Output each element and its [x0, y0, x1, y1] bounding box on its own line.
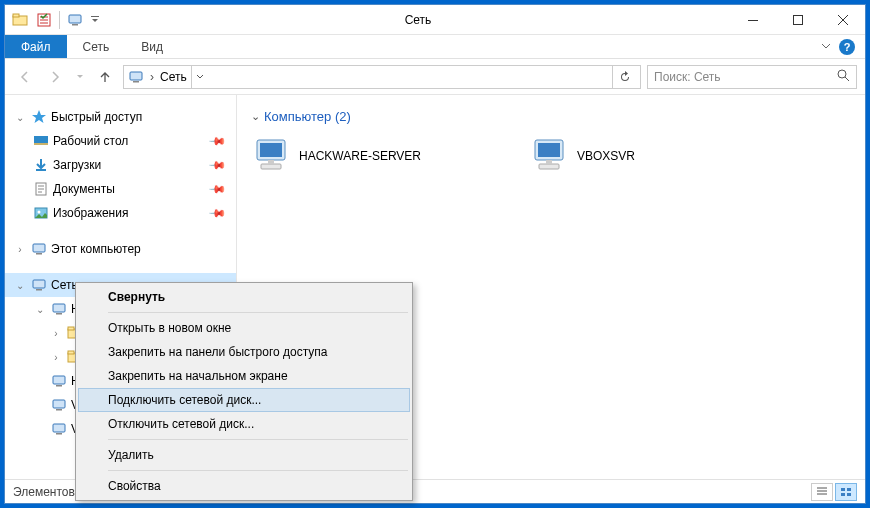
address-bar[interactable]: › Сеть	[123, 65, 641, 89]
svg-rect-13	[36, 169, 46, 171]
search-icon	[836, 68, 850, 85]
close-button[interactable]	[820, 5, 865, 34]
svg-rect-42	[847, 488, 851, 491]
window-title: Сеть	[106, 13, 730, 27]
computer-icon	[51, 373, 67, 389]
desktop-icon	[33, 133, 49, 149]
svg-rect-38	[538, 143, 560, 157]
pin-icon: 📌	[207, 131, 226, 150]
app-icon	[9, 9, 31, 31]
network-address-icon	[128, 69, 144, 85]
address-history-dropdown[interactable]	[191, 66, 209, 88]
menu-open-new-window[interactable]: Открыть в новом окне	[78, 316, 410, 340]
quick-access-toolbar	[5, 9, 106, 31]
tree-documents[interactable]: Документы 📌	[5, 177, 236, 201]
tree-this-pc[interactable]: › Этот компьютер	[5, 237, 236, 261]
svg-rect-19	[33, 280, 45, 288]
details-view-button[interactable]	[811, 483, 833, 501]
tree-quick-access[interactable]: ⌄ Быстрый доступ	[5, 105, 236, 129]
search-input[interactable]: Поиск: Сеть	[647, 65, 857, 89]
svg-point-10	[838, 70, 846, 78]
svg-rect-31	[53, 424, 65, 432]
chevron-right-icon[interactable]: ›	[13, 244, 27, 255]
chevron-down-icon[interactable]: ⌄	[33, 304, 47, 315]
minimize-button[interactable]	[730, 5, 775, 34]
svg-rect-29	[53, 400, 65, 408]
computer-large-icon	[251, 136, 291, 176]
pin-icon: 📌	[207, 179, 226, 198]
icons-view-button[interactable]	[835, 483, 857, 501]
svg-rect-18	[36, 253, 42, 255]
svg-rect-41	[841, 488, 845, 491]
svg-rect-24	[68, 327, 74, 330]
svg-rect-9	[133, 81, 139, 83]
network-title-icon	[64, 9, 86, 31]
menu-separator	[108, 439, 408, 440]
menu-delete[interactable]: Удалить	[78, 443, 410, 467]
svg-rect-21	[53, 304, 65, 312]
menu-pin-start[interactable]: Закрепить на начальном экране	[78, 364, 410, 388]
chevron-down-icon[interactable]: ⌄	[251, 110, 260, 123]
pin-icon: 📌	[207, 203, 226, 222]
maximize-button[interactable]	[775, 5, 820, 34]
svg-rect-22	[56, 313, 62, 315]
svg-rect-27	[53, 376, 65, 384]
svg-rect-39	[539, 164, 559, 169]
chevron-down-icon[interactable]: ⌄	[13, 280, 27, 291]
computer-item[interactable]: HACKWARE-SERVER	[247, 132, 507, 180]
svg-rect-32	[56, 433, 62, 435]
chevron-right-icon[interactable]: ›	[49, 352, 63, 363]
breadcrumb-location[interactable]: Сеть	[160, 70, 187, 84]
qat-dropdown-icon[interactable]	[88, 9, 102, 31]
help-icon[interactable]: ?	[839, 39, 855, 55]
tree-downloads[interactable]: Загрузки 📌	[5, 153, 236, 177]
view-tab[interactable]: Вид	[125, 35, 179, 58]
tree-desktop[interactable]: Рабочий стол 📌	[5, 129, 236, 153]
menu-separator	[108, 470, 408, 471]
search-placeholder: Поиск: Сеть	[654, 70, 721, 84]
item-label: HACKWARE-SERVER	[299, 149, 421, 163]
svg-rect-1	[13, 14, 19, 17]
tree-pictures[interactable]: Изображения 📌	[5, 201, 236, 225]
up-button[interactable]	[93, 65, 117, 89]
properties-qat-icon[interactable]	[33, 9, 55, 31]
menu-pin-quick-access[interactable]: Закрепить на панели быстрого доступа	[78, 340, 410, 364]
svg-rect-34	[260, 143, 282, 157]
svg-rect-30	[56, 409, 62, 411]
menu-collapse[interactable]: Свернуть	[78, 285, 410, 309]
svg-rect-36	[268, 160, 274, 164]
svg-rect-4	[72, 24, 78, 26]
svg-rect-12	[34, 143, 48, 145]
svg-rect-7	[793, 15, 802, 24]
forward-button[interactable]	[43, 65, 67, 89]
svg-rect-17	[33, 244, 45, 252]
back-button[interactable]	[13, 65, 37, 89]
network-tab[interactable]: Сеть	[67, 35, 126, 58]
chevron-right-icon[interactable]: ›	[49, 328, 63, 339]
network-icon	[31, 277, 47, 293]
download-icon	[33, 157, 49, 173]
group-header[interactable]: ⌄ Компьютер (2)	[247, 109, 855, 124]
pin-icon: 📌	[207, 155, 226, 174]
menu-map-network-drive[interactable]: Подключить сетевой диск...	[78, 388, 410, 412]
item-label: VBOXSVR	[577, 149, 635, 163]
computer-item[interactable]: VBOXSVR	[525, 132, 785, 180]
computer-icon	[31, 241, 47, 257]
svg-rect-44	[847, 493, 851, 496]
context-menu: Свернуть Открыть в новом окне Закрепить …	[75, 282, 413, 501]
svg-rect-5	[91, 16, 99, 17]
titlebar: Сеть	[5, 5, 865, 35]
chevron-down-icon[interactable]: ⌄	[13, 112, 27, 123]
menu-disconnect-network-drive[interactable]: Отключить сетевой диск...	[78, 412, 410, 436]
navigation-bar: › Сеть Поиск: Сеть	[5, 59, 865, 95]
refresh-button[interactable]	[612, 66, 636, 88]
file-tab[interactable]: Файл	[5, 35, 67, 58]
svg-rect-8	[130, 72, 142, 80]
menu-properties[interactable]: Свойства	[78, 474, 410, 498]
ribbon-tabs: Файл Сеть Вид ?	[5, 35, 865, 59]
svg-point-16	[38, 211, 41, 214]
recent-dropdown-icon[interactable]	[73, 65, 87, 89]
breadcrumb-chevron-icon[interactable]: ›	[148, 70, 156, 84]
computer-icon	[51, 301, 67, 317]
ribbon-expand-icon[interactable]	[821, 40, 831, 54]
